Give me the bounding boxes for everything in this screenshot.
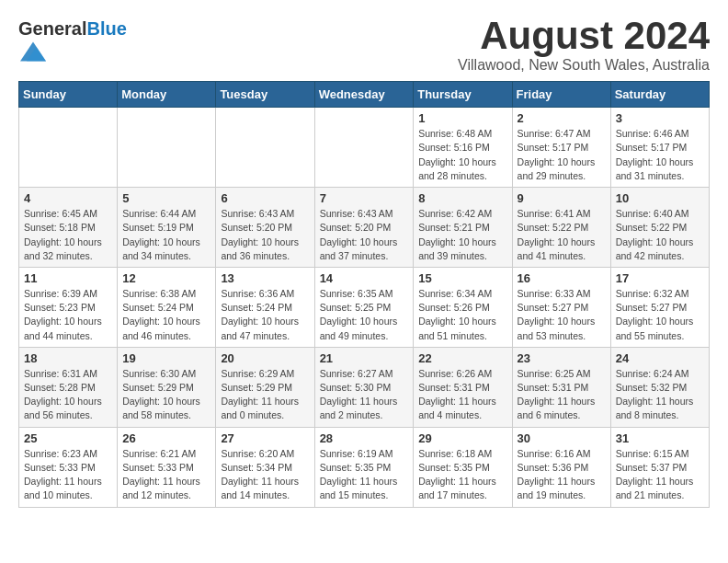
- calendar-cell: 12Sunrise: 6:38 AM Sunset: 5:24 PM Dayli…: [118, 267, 216, 347]
- day-number: 5: [122, 191, 210, 205]
- day-info: Sunrise: 6:18 AM Sunset: 5:35 PM Dayligh…: [418, 447, 506, 503]
- day-info: Sunrise: 6:41 AM Sunset: 5:22 PM Dayligh…: [518, 207, 606, 263]
- calendar-cell: 26Sunrise: 6:21 AM Sunset: 5:33 PM Dayli…: [118, 427, 216, 507]
- location-text: Villawood, New South Wales, Australia: [458, 57, 710, 74]
- column-header-tuesday: Tuesday: [216, 82, 314, 108]
- column-header-monday: Monday: [118, 82, 216, 108]
- calendar-cell: 16Sunrise: 6:33 AM Sunset: 5:27 PM Dayli…: [512, 267, 610, 347]
- calendar-cell: 13Sunrise: 6:36 AM Sunset: 5:24 PM Dayli…: [216, 267, 314, 347]
- calendar-cell: 23Sunrise: 6:25 AM Sunset: 5:31 PM Dayli…: [512, 347, 610, 427]
- day-info: Sunrise: 6:27 AM Sunset: 5:30 PM Dayligh…: [320, 367, 409, 423]
- calendar-cell: 29Sunrise: 6:18 AM Sunset: 5:35 PM Dayli…: [414, 427, 512, 507]
- calendar-cell: 4Sunrise: 6:45 AM Sunset: 5:18 PM Daylig…: [19, 188, 118, 268]
- day-info: Sunrise: 6:46 AM Sunset: 5:17 PM Dayligh…: [616, 127, 704, 183]
- day-number: 7: [320, 191, 409, 205]
- page-header: GeneralBlue August 2024 Villawood, New S…: [18, 15, 710, 74]
- column-header-friday: Friday: [512, 82, 610, 108]
- day-info: Sunrise: 6:33 AM Sunset: 5:27 PM Dayligh…: [518, 287, 606, 343]
- day-info: Sunrise: 6:31 AM Sunset: 5:28 PM Dayligh…: [24, 367, 112, 423]
- day-number: 19: [122, 351, 210, 365]
- calendar-cell: 18Sunrise: 6:31 AM Sunset: 5:28 PM Dayli…: [19, 347, 118, 427]
- title-area: August 2024 Villawood, New South Wales, …: [458, 15, 710, 74]
- calendar-cell: 20Sunrise: 6:29 AM Sunset: 5:29 PM Dayli…: [216, 347, 314, 427]
- calendar-cell: 19Sunrise: 6:30 AM Sunset: 5:29 PM Dayli…: [118, 347, 216, 427]
- calendar-cell: 3Sunrise: 6:46 AM Sunset: 5:17 PM Daylig…: [610, 108, 709, 188]
- day-number: 16: [518, 271, 606, 285]
- day-number: 29: [418, 431, 506, 445]
- calendar-cell: [19, 108, 118, 188]
- day-info: Sunrise: 6:47 AM Sunset: 5:17 PM Dayligh…: [518, 127, 606, 183]
- column-header-thursday: Thursday: [414, 82, 512, 108]
- day-number: 28: [320, 431, 409, 445]
- day-info: Sunrise: 6:15 AM Sunset: 5:37 PM Dayligh…: [616, 447, 704, 503]
- day-info: Sunrise: 6:42 AM Sunset: 5:21 PM Dayligh…: [418, 207, 506, 263]
- calendar-week-4: 18Sunrise: 6:31 AM Sunset: 5:28 PM Dayli…: [19, 347, 710, 427]
- calendar-cell: 31Sunrise: 6:15 AM Sunset: 5:37 PM Dayli…: [610, 427, 709, 507]
- calendar-cell: 2Sunrise: 6:47 AM Sunset: 5:17 PM Daylig…: [512, 108, 610, 188]
- day-info: Sunrise: 6:38 AM Sunset: 5:24 PM Dayligh…: [122, 287, 210, 343]
- day-number: 14: [320, 271, 409, 285]
- day-info: Sunrise: 6:26 AM Sunset: 5:31 PM Dayligh…: [418, 367, 506, 423]
- day-info: Sunrise: 6:35 AM Sunset: 5:25 PM Dayligh…: [320, 287, 409, 343]
- calendar-cell: 22Sunrise: 6:26 AM Sunset: 5:31 PM Dayli…: [414, 347, 512, 427]
- day-number: 2: [518, 111, 606, 125]
- day-number: 3: [616, 111, 704, 125]
- month-title: August 2024: [458, 15, 710, 57]
- day-info: Sunrise: 6:43 AM Sunset: 5:20 PM Dayligh…: [221, 207, 309, 263]
- logo-blue-text: Blue: [86, 18, 126, 39]
- day-number: 6: [221, 191, 309, 205]
- day-info: Sunrise: 6:21 AM Sunset: 5:33 PM Dayligh…: [122, 447, 210, 503]
- day-number: 8: [418, 191, 506, 205]
- calendar-week-1: 1Sunrise: 6:48 AM Sunset: 5:16 PM Daylig…: [19, 108, 710, 188]
- day-number: 27: [221, 431, 309, 445]
- day-number: 15: [418, 271, 506, 285]
- day-info: Sunrise: 6:44 AM Sunset: 5:19 PM Dayligh…: [122, 207, 210, 263]
- calendar-week-5: 25Sunrise: 6:23 AM Sunset: 5:33 PM Dayli…: [19, 427, 710, 507]
- calendar-table: SundayMondayTuesdayWednesdayThursdayFrid…: [18, 81, 710, 507]
- calendar-cell: 25Sunrise: 6:23 AM Sunset: 5:33 PM Dayli…: [19, 427, 118, 507]
- calendar-cell: 10Sunrise: 6:40 AM Sunset: 5:22 PM Dayli…: [610, 188, 709, 268]
- calendar-cell: 5Sunrise: 6:44 AM Sunset: 5:19 PM Daylig…: [118, 188, 216, 268]
- day-info: Sunrise: 6:19 AM Sunset: 5:35 PM Dayligh…: [320, 447, 409, 503]
- calendar-cell: 1Sunrise: 6:48 AM Sunset: 5:16 PM Daylig…: [414, 108, 512, 188]
- day-number: 1: [418, 111, 506, 125]
- day-number: 17: [616, 271, 704, 285]
- day-number: 23: [518, 351, 606, 365]
- day-number: 25: [24, 431, 112, 445]
- calendar-cell: 7Sunrise: 6:43 AM Sunset: 5:20 PM Daylig…: [314, 188, 414, 268]
- day-number: 20: [221, 351, 309, 365]
- calendar-cell: [216, 108, 314, 188]
- day-info: Sunrise: 6:39 AM Sunset: 5:23 PM Dayligh…: [24, 287, 112, 343]
- day-number: 21: [320, 351, 409, 365]
- day-info: Sunrise: 6:36 AM Sunset: 5:24 PM Dayligh…: [221, 287, 309, 343]
- day-info: Sunrise: 6:34 AM Sunset: 5:26 PM Dayligh…: [418, 287, 506, 343]
- day-info: Sunrise: 6:23 AM Sunset: 5:33 PM Dayligh…: [24, 447, 112, 503]
- calendar-cell: 6Sunrise: 6:43 AM Sunset: 5:20 PM Daylig…: [216, 188, 314, 268]
- day-number: 12: [122, 271, 210, 285]
- header-row: SundayMondayTuesdayWednesdayThursdayFrid…: [19, 82, 710, 108]
- day-info: Sunrise: 6:32 AM Sunset: 5:27 PM Dayligh…: [616, 287, 704, 343]
- calendar-header: SundayMondayTuesdayWednesdayThursdayFrid…: [19, 82, 710, 108]
- calendar-cell: 8Sunrise: 6:42 AM Sunset: 5:21 PM Daylig…: [414, 188, 512, 268]
- day-info: Sunrise: 6:45 AM Sunset: 5:18 PM Dayligh…: [24, 207, 112, 263]
- day-number: 24: [616, 351, 704, 365]
- calendar-cell: 21Sunrise: 6:27 AM Sunset: 5:30 PM Dayli…: [314, 347, 414, 427]
- logo-icon: [20, 39, 46, 64]
- day-number: 30: [518, 431, 606, 445]
- logo: GeneralBlue: [18, 18, 127, 68]
- calendar-cell: 24Sunrise: 6:24 AM Sunset: 5:32 PM Dayli…: [610, 347, 709, 427]
- column-header-saturday: Saturday: [610, 82, 709, 108]
- day-number: 22: [418, 351, 506, 365]
- calendar-cell: 15Sunrise: 6:34 AM Sunset: 5:26 PM Dayli…: [414, 267, 512, 347]
- day-info: Sunrise: 6:25 AM Sunset: 5:31 PM Dayligh…: [518, 367, 606, 423]
- day-info: Sunrise: 6:40 AM Sunset: 5:22 PM Dayligh…: [616, 207, 704, 263]
- calendar-body: 1Sunrise: 6:48 AM Sunset: 5:16 PM Daylig…: [19, 108, 710, 507]
- day-number: 31: [616, 431, 704, 445]
- calendar-cell: 14Sunrise: 6:35 AM Sunset: 5:25 PM Dayli…: [314, 267, 414, 347]
- calendar-week-3: 11Sunrise: 6:39 AM Sunset: 5:23 PM Dayli…: [19, 267, 710, 347]
- day-number: 26: [122, 431, 210, 445]
- day-info: Sunrise: 6:24 AM Sunset: 5:32 PM Dayligh…: [616, 367, 704, 423]
- calendar-cell: 30Sunrise: 6:16 AM Sunset: 5:36 PM Dayli…: [512, 427, 610, 507]
- day-info: Sunrise: 6:29 AM Sunset: 5:29 PM Dayligh…: [221, 367, 309, 423]
- day-number: 10: [616, 191, 704, 205]
